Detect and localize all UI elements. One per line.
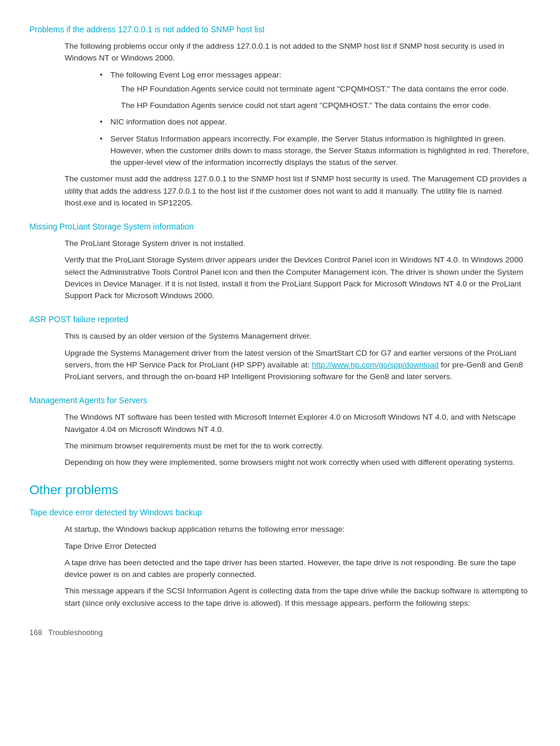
proliant-para-2: Verify that the ProLiant Storage System … [65,254,531,302]
tape-para-3: A tape drive has been detected and the t… [65,557,531,581]
tape-para-4: This message appears if the SCSI Informa… [65,585,531,609]
snmp-bullet-list: The following Event Log error messages a… [100,69,531,169]
tape-para-2: Tape Drive Error Detected [65,541,531,552]
page-number: 168 [29,628,42,637]
bullet-sub-1a: The HP Foundation Agents service could n… [121,83,531,95]
snmp-section: Problems if the address 127.0.0.1 is not… [29,23,531,209]
tape-section: Tape device error detected by Windows ba… [29,507,531,609]
proliant-para-1: The ProLiant Storage System driver is no… [65,238,531,249]
management-agents-section: Management Agents for Servers The Window… [29,394,531,468]
list-item: The following Event Log error messages a… [100,69,531,112]
bullet-main-2: NIC information does not appear. [110,117,227,126]
other-problems-heading: Other problems [29,480,531,499]
other-problems-section: Other problems Tape device error detecte… [29,480,531,609]
asr-heading: ASR POST failure reported [29,313,531,326]
management-para-1: The Windows NT software has been tested … [65,411,531,436]
page-footer: 168 Troubleshooting [29,627,531,639]
footer-label: Troubleshooting [48,628,103,637]
tape-heading: Tape device error detected by Windows ba… [29,507,531,519]
bullet-main-1: The following Event Log error messages a… [110,70,281,79]
proliant-section: Missing ProLiant Storage System informat… [29,221,531,302]
asr-para-2: Upgrade the Systems Management driver fr… [65,347,531,383]
proliant-heading: Missing ProLiant Storage System informat… [29,221,531,233]
snmp-outro: The customer must add the address 127.0.… [65,173,531,209]
management-para-3: Depending on how they were implemented, … [65,457,531,468]
management-para-2: The minimum browser requirements must be… [65,440,531,452]
bullet-sub-1b: The HP Foundation Agents service could n… [121,100,531,112]
bullet-main-3: Server Status Information appears incorr… [110,134,529,167]
asr-para-1: This is caused by an older version of th… [65,330,531,342]
management-agents-heading: Management Agents for Servers [29,394,531,407]
spp-link[interactable]: http://www.hp.com/go/spp/download [312,360,438,369]
list-item: NIC information does not appear. [100,116,531,128]
snmp-heading: Problems if the address 127.0.0.1 is not… [29,23,531,36]
list-item: Server Status Information appears incorr… [100,133,531,169]
snmp-intro: The following problems occur only if the… [65,40,531,65]
tape-para-1: At startup, the Windows backup applicati… [65,524,531,535]
asr-section: ASR POST failure reported This is caused… [29,313,531,383]
